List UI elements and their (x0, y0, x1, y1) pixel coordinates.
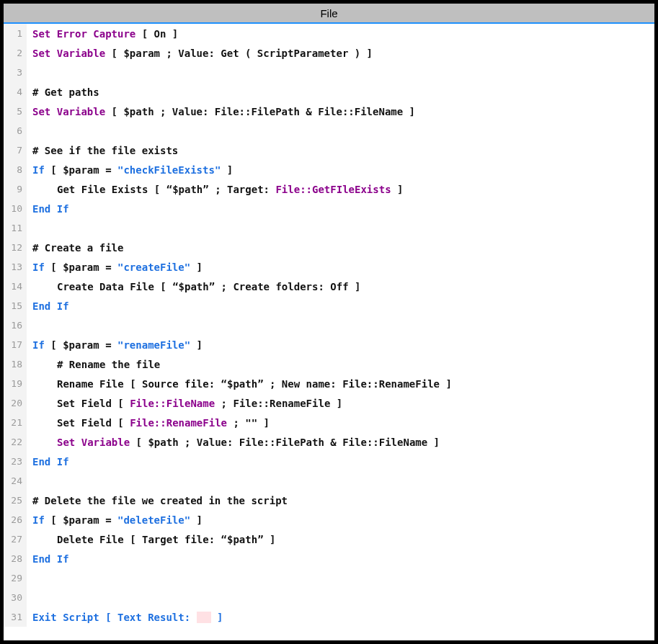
code-content[interactable]: Rename File [ Source file: “$path” ; New… (27, 374, 654, 393)
token-str: "createFile" (117, 261, 190, 273)
code-line[interactable]: 29 (4, 568, 654, 588)
code-line[interactable]: 7# See if the file exists (4, 140, 654, 160)
code-content[interactable]: Set Field [ File::FileName ; File::Renam… (27, 393, 654, 413)
code-line[interactable]: 23End If (4, 452, 654, 471)
token-comment: # Get paths (32, 86, 99, 98)
line-number: 30 (4, 588, 27, 607)
code-content[interactable]: Create Data File [ “$path” ; Create fold… (27, 277, 654, 296)
code-content[interactable]: Set Error Capture [ On ] (27, 24, 654, 43)
token-comment: # Create a file (32, 242, 123, 254)
code-line[interactable]: 25# Delete the file we created in the sc… (4, 491, 654, 510)
line-number: 14 (4, 277, 27, 296)
code-content[interactable]: End If (27, 296, 654, 316)
script-window: File 1Set Error Capture [ On ]2Set Varia… (0, 0, 658, 644)
code-line[interactable]: 17If [ $param = "renameFile" ] (4, 335, 654, 354)
code-line[interactable]: 10End If (4, 199, 654, 218)
code-content[interactable]: Set Variable [ $param ; Value: Get ( Scr… (27, 43, 654, 63)
code-line[interactable]: 24 (4, 471, 654, 491)
code-line[interactable]: 31Exit Script [ Text Result: ] (4, 607, 654, 627)
code-content[interactable]: End If (27, 199, 654, 218)
code-content[interactable]: If [ $param = "createFile" ] (27, 257, 654, 277)
code-line[interactable]: 12# Create a file (4, 238, 654, 257)
code-line[interactable]: 3 (4, 63, 654, 82)
code-content[interactable] (27, 218, 654, 238)
code-line[interactable]: 5Set Variable [ $path ; Value: File::Fil… (4, 102, 654, 121)
token-kw-ctrl: End If (32, 203, 69, 215)
code-content[interactable]: If [ $param = "checkFileExists" ] (27, 160, 654, 179)
code-line[interactable]: 19Rename File [ Source file: “$path” ; N… (4, 374, 654, 393)
code-editor[interactable]: 1Set Error Capture [ On ]2Set Variable [… (4, 24, 654, 640)
code-content[interactable]: Exit Script [ Text Result: ] (27, 607, 654, 627)
code-content[interactable] (27, 588, 654, 607)
code-line[interactable]: 11 (4, 218, 654, 238)
code-content[interactable]: # Get paths (27, 82, 654, 102)
code-content[interactable]: Set Variable [ $path ; Value: File::File… (27, 432, 654, 452)
line-number: 6 (4, 121, 27, 140)
code-line[interactable]: 15End If (4, 296, 654, 316)
code-line[interactable]: 8If [ $param = "checkFileExists" ] (4, 160, 654, 179)
token-kw-ctrl: End If (32, 456, 69, 468)
code-line[interactable]: 30 (4, 588, 654, 607)
code-line[interactable]: 22Set Variable [ $path ; Value: File::Fi… (4, 432, 654, 452)
token-str: "checkFileExists" (117, 164, 221, 176)
token-normal: Set Field [ (57, 398, 130, 409)
code-line[interactable]: 20Set Field [ File::FileName ; File::Ren… (4, 393, 654, 413)
line-number: 11 (4, 218, 27, 238)
line-number: 10 (4, 199, 27, 218)
code-line[interactable]: 13If [ $param = "createFile" ] (4, 257, 654, 277)
token-kw-ctrl: End If (32, 300, 69, 312)
token-kw-ctrl: If (32, 339, 45, 351)
code-line[interactable]: 27Delete File [ Target file: “$path” ] (4, 529, 654, 549)
code-content[interactable] (27, 316, 654, 335)
token-normal: [ $param = (45, 339, 117, 351)
line-number: 19 (4, 374, 27, 393)
code-content[interactable] (27, 63, 654, 82)
code-content[interactable]: Set Field [ File::RenameFile ; "" ] (27, 413, 654, 432)
code-content[interactable]: # See if the file exists (27, 140, 654, 160)
line-number: 7 (4, 140, 27, 160)
code-content[interactable]: If [ $param = "deleteFile" ] (27, 510, 654, 529)
token-normal: Rename File [ Source file: “$path” ; New… (57, 378, 452, 390)
token-normal: [ On ] (135, 28, 178, 40)
code-content[interactable] (27, 121, 654, 140)
code-line[interactable]: 4# Get paths (4, 82, 654, 102)
token-comment: # Rename the file (57, 359, 160, 370)
token-kw-ctrl: Exit Script (32, 612, 99, 623)
code-content[interactable]: End If (27, 452, 654, 471)
token-kw-ctrl: If (32, 261, 45, 273)
token-kw-ctrl: [ Text Result: (99, 612, 197, 623)
code-line[interactable]: 6 (4, 121, 654, 140)
code-line[interactable]: 14Create Data File [ “$path” ; Create fo… (4, 277, 654, 296)
code-content[interactable]: # Rename the file (27, 354, 654, 374)
token-kw-ctrl: End If (32, 553, 69, 565)
code-line[interactable]: 18# Rename the file (4, 354, 654, 374)
code-content[interactable]: Set Variable [ $path ; Value: File::File… (27, 102, 654, 121)
token-normal: Create Data File [ “$path” ; Create fold… (57, 281, 360, 292)
token-normal: ; File::RenameFile ] (215, 398, 342, 409)
code-line[interactable]: 2Set Variable [ $param ; Value: Get ( Sc… (4, 43, 654, 63)
line-number: 21 (4, 413, 27, 432)
token-kw-set: Set Variable (57, 437, 130, 448)
code-content[interactable]: # Delete the file we created in the scri… (27, 491, 654, 510)
token-normal: ] (190, 339, 203, 351)
code-content[interactable]: Delete File [ Target file: “$path” ] (27, 529, 654, 549)
code-line[interactable]: 21Set Field [ File::RenameFile ; "" ] (4, 413, 654, 432)
code-line[interactable]: 9Get File Exists [ “$path” ; Target: Fil… (4, 179, 654, 199)
code-content[interactable]: End If (27, 549, 654, 568)
code-line[interactable]: 28End If (4, 549, 654, 568)
code-line[interactable]: 1Set Error Capture [ On ] (4, 24, 654, 43)
token-normal: [ $param = (45, 164, 117, 176)
code-line[interactable]: 16 (4, 316, 654, 335)
code-line[interactable]: 26If [ $param = "deleteFile" ] (4, 510, 654, 529)
code-content[interactable]: Get File Exists [ “$path” ; Target: File… (27, 179, 654, 199)
token-field: File::FileName (130, 398, 215, 409)
token-normal: Get File Exists [ “$path” ; Target: (57, 184, 275, 195)
code-content[interactable] (27, 471, 654, 491)
token-normal: ] (221, 164, 233, 176)
code-content[interactable]: If [ $param = "renameFile" ] (27, 335, 654, 354)
token-str: "deleteFile" (117, 514, 190, 526)
line-number: 2 (4, 43, 27, 63)
code-content[interactable] (27, 568, 654, 588)
line-number: 18 (4, 354, 27, 374)
code-content[interactable]: # Create a file (27, 238, 654, 257)
